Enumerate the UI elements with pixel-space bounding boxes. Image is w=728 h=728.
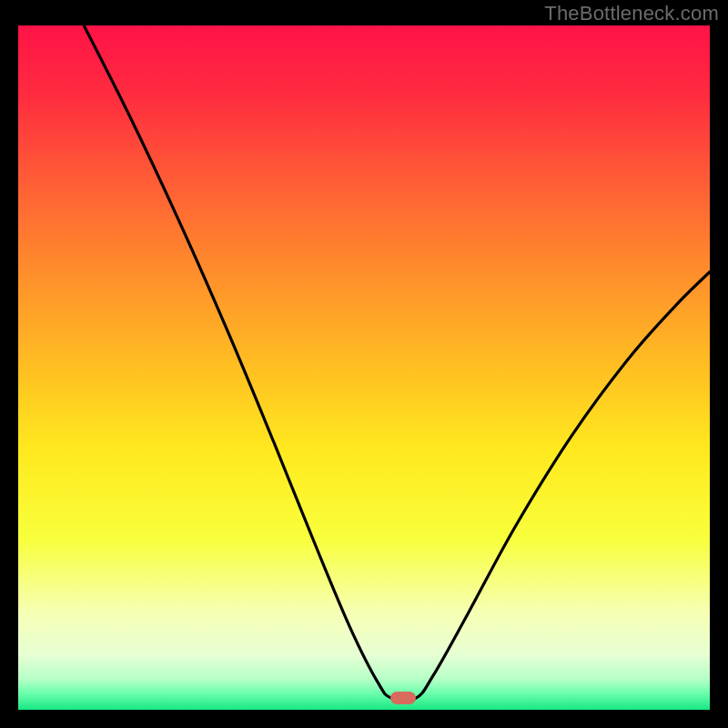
optimal-point-marker xyxy=(390,692,416,704)
watermark-text: TheBottleneck.com xyxy=(544,2,719,25)
plot-svg xyxy=(18,25,710,710)
gradient-background xyxy=(18,25,710,710)
chart-frame: TheBottleneck.com xyxy=(0,0,728,728)
plot-area xyxy=(18,25,710,710)
